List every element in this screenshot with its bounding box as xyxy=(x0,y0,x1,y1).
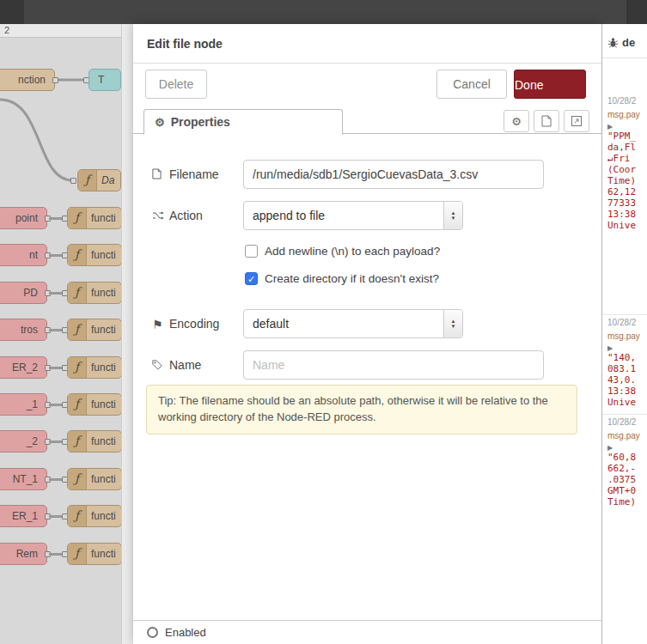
node-label: nction xyxy=(0,70,54,90)
debug-line: 13:38 xyxy=(607,386,647,397)
document-icon xyxy=(541,115,552,127)
function-icon: ƒ xyxy=(68,544,87,564)
debug-line: 43,0. xyxy=(607,374,647,386)
node-label: Rem xyxy=(0,544,46,564)
encoding-label: ⚑Encoding xyxy=(152,309,238,339)
flow-node[interactable]: tros xyxy=(0,319,47,341)
flow-node[interactable]: _2 xyxy=(0,430,47,453)
newline-checkbox-label: Add newline (\n) to each payload? xyxy=(265,245,440,258)
expand-button[interactable] xyxy=(564,110,589,132)
flow-node[interactable]: point xyxy=(0,207,47,229)
tab-properties[interactable]: ⚙Properties xyxy=(143,109,343,135)
node-output-port[interactable] xyxy=(52,77,58,83)
node-label: functi xyxy=(91,319,116,340)
enabled-label[interactable]: Enabled xyxy=(165,626,206,639)
node-label: ER_2 xyxy=(0,357,46,378)
debug-message: 10/28/2 msg.pay ▶ "PPM_ da,Fl ↵Fri (Coor… xyxy=(602,96,647,231)
flow-node-function[interactable]: ƒ functi xyxy=(67,356,122,379)
enabled-toggle-icon[interactable] xyxy=(147,627,158,638)
node-label: functi xyxy=(91,431,116,452)
file-icon xyxy=(152,161,165,190)
node-label: ER_1 xyxy=(0,506,46,526)
flow-node-function[interactable]: ƒ functi xyxy=(67,282,122,304)
newline-checkbox-row: Add newline (\n) to each payload? xyxy=(245,243,440,258)
filename-input[interactable] xyxy=(243,160,544,189)
name-input[interactable] xyxy=(243,350,544,380)
debug-line: 662,- xyxy=(607,463,647,474)
node-label: functi xyxy=(91,357,116,378)
check-icon: ✓ xyxy=(247,274,255,284)
node-label: functi xyxy=(91,394,116,415)
debug-line: 083.1 xyxy=(607,363,647,374)
function-icon: ƒ xyxy=(68,431,87,452)
node-label: functi xyxy=(91,283,116,303)
debug-line: Time) xyxy=(607,496,647,507)
flow-node[interactable]: ER_1 xyxy=(0,505,47,527)
flow-row: Rem ƒ functi xyxy=(0,543,133,565)
flow-node-function[interactable]: ƒ functi xyxy=(67,207,122,229)
expand-arrow-icon[interactable]: ▶ xyxy=(607,123,647,131)
delete-button[interactable]: Delete xyxy=(145,70,207,99)
debug-timestamp: 10/28/2 xyxy=(607,318,647,327)
flow-node-da-function[interactable]: ƒ Da xyxy=(77,169,121,191)
flow-node[interactable]: PD xyxy=(0,282,47,304)
dialog-tab-bar: ⚙Properties ⚙ xyxy=(133,108,601,134)
create-dir-checkbox[interactable]: ✓ xyxy=(245,272,258,285)
canvas-scrollbar[interactable] xyxy=(121,24,133,644)
flow-node-function[interactable]: ƒ functi xyxy=(67,319,122,341)
flow-node[interactable]: Rem xyxy=(0,543,47,565)
flow-node[interactable]: NT_1 xyxy=(0,468,47,490)
flow-row-da: ƒ Da xyxy=(0,169,133,191)
function-icon: ƒ xyxy=(68,245,87,265)
done-button[interactable]: Done xyxy=(514,70,586,99)
function-icon: ƒ xyxy=(68,469,87,489)
expand-icon xyxy=(571,115,583,127)
function-icon: ƒ xyxy=(68,357,87,378)
node-label: functi xyxy=(91,506,116,526)
settings-button[interactable]: ⚙ xyxy=(504,110,529,132)
create-dir-checkbox-label: Create directory if it doesn't exist? xyxy=(265,272,439,285)
debug-line: Time) xyxy=(607,175,647,186)
cancel-button[interactable]: Cancel xyxy=(436,70,507,99)
flow-node-function[interactable]: nction xyxy=(0,69,55,91)
action-select[interactable]: append to file ▲▼ xyxy=(243,201,463,230)
function-icon: ƒ xyxy=(68,319,87,340)
flow-node[interactable]: nt xyxy=(0,244,47,266)
action-label: Action xyxy=(152,201,238,231)
node-label: PD xyxy=(0,283,46,303)
function-icon: ƒ xyxy=(68,208,87,228)
node-label: tros xyxy=(0,319,46,340)
debug-message: 10/28/2 msg.pay ▶ "140, 083.1 43,0. 13:3… xyxy=(602,318,647,408)
node-label: Da xyxy=(101,170,114,191)
debug-line: 62,12 xyxy=(607,186,647,197)
debug-line: "140, xyxy=(607,352,647,363)
flow-node-function[interactable]: ƒ functi xyxy=(67,468,122,490)
flow-node-function[interactable]: ƒ functi xyxy=(67,244,122,266)
flow-node-function[interactable]: ƒ functi xyxy=(67,430,122,453)
flow-node[interactable]: _1 xyxy=(0,393,47,416)
select-spinner-icon: ▲▼ xyxy=(443,202,462,229)
debug-title: de xyxy=(622,36,635,49)
tag-icon xyxy=(152,351,165,380)
workspace-tab[interactable]: 2 xyxy=(4,25,9,35)
debug-line: Unive xyxy=(607,220,647,231)
debug-line: .0375 xyxy=(607,474,647,485)
expand-arrow-icon[interactable]: ▶ xyxy=(607,344,647,352)
filename-label: Filename xyxy=(152,160,238,190)
expand-arrow-icon[interactable]: ▶ xyxy=(607,444,647,452)
newline-checkbox[interactable] xyxy=(245,245,258,258)
description-button[interactable] xyxy=(534,110,559,132)
flow-node-teal[interactable]: T xyxy=(89,69,121,91)
menu-icon[interactable] xyxy=(626,0,647,24)
node-label: nt xyxy=(0,245,46,265)
encoding-select[interactable]: default ▲▼ xyxy=(243,309,463,338)
flow-node[interactable]: ER_2 xyxy=(0,356,47,379)
node-input-port[interactable] xyxy=(70,178,76,184)
debug-property: msg.pay xyxy=(607,431,647,440)
debug-property: msg.pay xyxy=(607,110,647,119)
create-dir-checkbox-row: ✓ Create directory if it doesn't exist? xyxy=(245,270,439,286)
flow-node-function[interactable]: ƒ functi xyxy=(67,505,122,527)
debug-separator xyxy=(602,314,647,315)
flow-node-function[interactable]: ƒ functi xyxy=(67,543,122,565)
flow-node-function[interactable]: ƒ functi xyxy=(67,393,122,416)
